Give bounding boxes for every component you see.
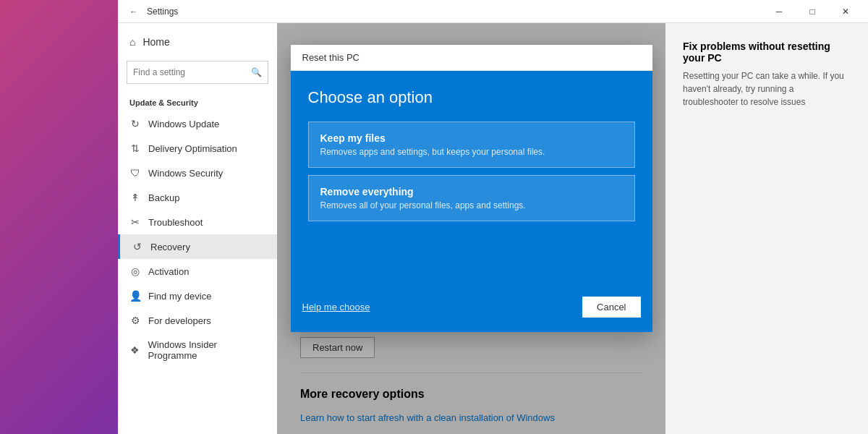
right-panel: Fix problems without resetting your PC R…: [665, 23, 868, 434]
troubleshoot-icon: ✂: [129, 216, 141, 228]
window-controls: ─ □ ✕: [762, 0, 862, 23]
sidebar-item-label: Windows Insider Programme: [148, 339, 265, 361]
remove-everything-option[interactable]: Remove everything Removes all of your pe…: [308, 175, 635, 221]
back-button[interactable]: ←: [124, 1, 144, 22]
keep-files-title: Keep my files: [320, 132, 623, 144]
sidebar-item-label: Troubleshoot: [148, 217, 203, 228]
help-me-choose-link[interactable]: Help me choose: [302, 302, 370, 312]
titlebar-title: Settings: [147, 7, 762, 17]
sidebar-item-for-developers[interactable]: ⚙ For developers: [118, 308, 277, 333]
modal-titlebar: Reset this PC: [291, 45, 652, 71]
home-icon: ⌂: [129, 36, 135, 48]
sidebar-item-windows-security[interactable]: 🛡 Windows Security: [118, 161, 277, 185]
security-icon: 🛡: [129, 167, 141, 179]
window-body: ⌂ Home 🔍 Update & Security ↻ Windows Upd…: [118, 23, 868, 434]
sidebar-item-windows-insider[interactable]: ❖ Windows Insider Programme: [118, 333, 277, 367]
sidebar-item-label: For developers: [148, 315, 211, 326]
sidebar-item-find-device[interactable]: 👤 Find my device: [118, 284, 277, 308]
modal-footer: Help me choose Cancel: [291, 288, 652, 332]
backup-icon: ↟: [129, 192, 141, 203]
modal-body: Choose an option Keep my files Removes a…: [291, 71, 652, 288]
keep-files-desc: Removes apps and settings, but keeps you…: [320, 147, 623, 157]
sidebar-item-label: Activation: [148, 266, 189, 277]
titlebar: ← Settings ─ □ ✕: [118, 0, 868, 23]
settings-window: ← Settings ─ □ ✕ ⌂ Home 🔍 Update & Secur…: [118, 0, 868, 434]
recovery-icon: ↺: [132, 241, 143, 252]
modal-overlay: Reset this PC Choose an option Keep my f…: [277, 23, 665, 434]
sidebar-item-home[interactable]: ⌂ Home: [118, 29, 277, 55]
sidebar-item-label: Windows Security: [148, 168, 223, 179]
reset-pc-modal: Reset this PC Choose an option Keep my f…: [291, 45, 652, 332]
remove-everything-desc: Removes all of your personal files, apps…: [320, 200, 623, 210]
minimize-button[interactable]: ─: [762, 0, 796, 23]
developers-icon: ⚙: [129, 315, 141, 326]
search-box[interactable]: 🔍: [127, 61, 268, 84]
sidebar-item-label: Delivery Optimisation: [148, 143, 237, 154]
sidebar: ⌂ Home 🔍 Update & Security ↻ Windows Upd…: [118, 23, 277, 434]
remove-everything-title: Remove everything: [320, 186, 623, 197]
sidebar-item-label: Find my device: [148, 291, 211, 302]
sidebar-item-activation[interactable]: ◎ Activation: [118, 259, 277, 284]
cancel-button[interactable]: Cancel: [582, 297, 640, 318]
sidebar-item-label: Recovery: [150, 242, 190, 252]
sidebar-item-delivery-optimisation[interactable]: ⇅ Delivery Optimisation: [118, 136, 277, 161]
sidebar-item-backup[interactable]: ↟ Backup: [118, 185, 277, 210]
search-icon: 🔍: [251, 67, 262, 77]
sidebar-item-label: Windows Update: [148, 119, 219, 129]
activation-icon: ◎: [129, 265, 141, 277]
sidebar-section-title: Update & Security: [118, 90, 277, 111]
insider-icon: ❖: [129, 344, 141, 356]
windows-update-icon: ↻: [129, 118, 141, 129]
main-content: Recovery Reset this PC If your PC isn't …: [277, 23, 665, 434]
right-panel-desc: Resetting your PC can take a while. If y…: [683, 69, 851, 109]
sidebar-item-recovery[interactable]: ↺ Recovery: [118, 234, 277, 259]
close-button[interactable]: ✕: [829, 0, 862, 23]
delivery-icon: ⇅: [129, 142, 141, 154]
sidebar-item-troubleshoot[interactable]: ✂ Troubleshoot: [118, 210, 277, 234]
maximize-button[interactable]: □: [796, 0, 829, 23]
home-label: Home: [142, 36, 169, 48]
search-input[interactable]: [133, 67, 251, 77]
right-panel-title: Fix problems without resetting your PC: [683, 41, 851, 64]
find-device-icon: 👤: [129, 290, 141, 302]
modal-heading: Choose an option: [308, 88, 635, 107]
keep-files-option[interactable]: Keep my files Removes apps and settings,…: [308, 122, 635, 168]
sidebar-item-windows-update[interactable]: ↻ Windows Update: [118, 111, 277, 136]
sidebar-item-label: Backup: [148, 192, 179, 203]
